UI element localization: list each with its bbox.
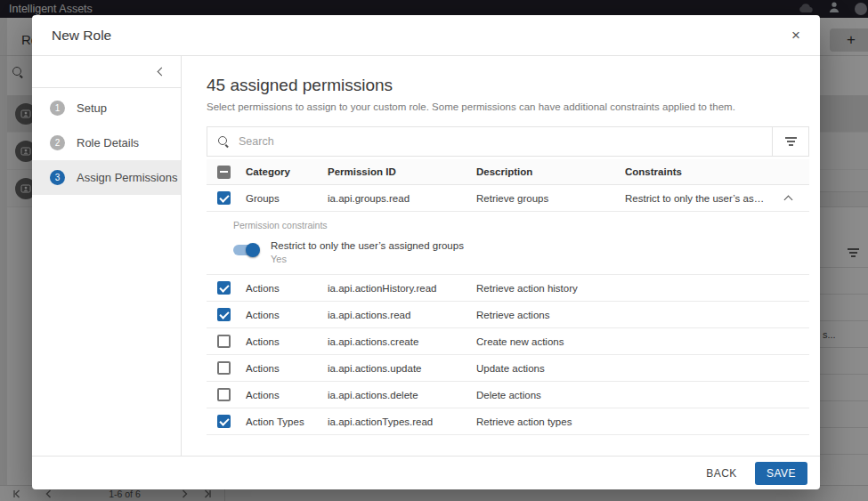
permission-row[interactable]: Groups ia.api.groups.read Retrieve group…: [207, 185, 809, 212]
steps-sidebar: 1 Setup 2 Role Details 3 Assign Permissi…: [32, 56, 182, 456]
back-button[interactable]: BACK: [706, 467, 737, 480]
cell-permission-id: ia.api.actions.create: [328, 336, 476, 347]
step-number-badge: 1: [50, 101, 65, 116]
permission-row[interactable]: Action Types ia.api.actionTypes.read Ret…: [207, 408, 809, 435]
step-number-badge: 3: [50, 170, 65, 185]
column-header-description: Description: [476, 166, 625, 177]
cell-permission-id: ia.api.actions.read: [328, 310, 476, 320]
cell-category: Groups: [246, 193, 328, 204]
cell-description: Retrieve actions: [476, 310, 625, 320]
cell-category: Actions: [246, 310, 328, 320]
toggle-label: Restrict to only the user’s assigned gro…: [271, 240, 464, 251]
cell-category: Actions: [246, 390, 328, 400]
cell-permission-id: ia.api.actionTypes.read: [328, 416, 476, 427]
cell-description: Retrieve action history: [476, 283, 625, 294]
cell-category: Action Types: [246, 416, 328, 427]
row-checkbox[interactable]: [217, 281, 231, 295]
cell-permission-id: ia.api.actions.delete: [328, 390, 476, 400]
row-checkbox[interactable]: [217, 308, 231, 321]
cell-constraints: Restrict to only the user’s as…: [625, 193, 764, 204]
toggle-value: Yes: [271, 254, 464, 264]
permission-row[interactable]: Actions ia.api.actions.create Create new…: [207, 328, 809, 355]
search-input[interactable]: [239, 127, 772, 156]
select-all-checkbox[interactable]: [217, 166, 231, 179]
cell-description: Delete actions: [476, 390, 625, 400]
new-role-dialog: New Role × 1 Setup 2 Role Details: [32, 15, 820, 489]
row-checkbox[interactable]: [217, 388, 231, 401]
close-icon[interactable]: ×: [791, 28, 800, 43]
step-number-badge: 2: [50, 135, 65, 150]
step-label: Setup: [77, 101, 107, 115]
step-setup[interactable]: 1 Setup: [32, 91, 181, 125]
step-label: Assign Permissions: [77, 171, 177, 184]
chevron-up-icon[interactable]: [784, 196, 793, 204]
cell-permission-id: ia.api.actions.update: [328, 363, 476, 374]
cell-description: Create new actions: [476, 336, 625, 347]
constraints-panel: Permission constraints Restrict to only …: [207, 212, 809, 275]
row-checkbox[interactable]: [217, 191, 231, 205]
chevron-left-icon: [158, 68, 166, 77]
permissions-searchbar: [207, 126, 809, 157]
panel-heading: 45 assigned permissions: [207, 76, 809, 95]
step-label: Role Details: [77, 136, 139, 149]
dialog-title: New Role: [52, 28, 111, 44]
column-header-constraints: Constraints: [625, 166, 809, 177]
permission-row[interactable]: Actions ia.api.actions.read Retrieve act…: [207, 302, 809, 328]
permission-row[interactable]: Actions ia.api.actions.update Update act…: [207, 355, 809, 382]
cell-description: Retrieve action types: [476, 416, 625, 427]
step-assign-permissions[interactable]: 3 Assign Permissions: [32, 160, 181, 195]
row-checkbox[interactable]: [217, 335, 231, 348]
permission-row[interactable]: Actions ia.api.actionHistory.read Retrie…: [207, 275, 809, 302]
table-header-row: Category Permission ID Description Const…: [207, 159, 809, 185]
cell-category: Actions: [246, 363, 328, 374]
filter-button[interactable]: [773, 127, 808, 156]
column-header-category: Category: [246, 166, 328, 177]
cell-description: Retrieve groups: [476, 193, 625, 204]
search-icon: [207, 127, 239, 156]
cell-category: Actions: [246, 336, 328, 347]
cell-description: Update actions: [476, 363, 625, 374]
panel-subheading: Select permissions to assign to your cus…: [207, 101, 809, 112]
dialog-footer: BACK SAVE: [32, 456, 820, 489]
step-role-details[interactable]: 2 Role Details: [32, 125, 181, 160]
sidebar-collapse[interactable]: [32, 56, 181, 88]
permissions-table: Category Permission ID Description Const…: [207, 159, 809, 435]
dialog-header: New Role ×: [32, 15, 820, 56]
cell-permission-id: ia.api.actionHistory.read: [328, 283, 476, 294]
permission-row[interactable]: Actions ia.api.actions.delete Delete act…: [207, 382, 809, 408]
constraints-panel-label: Permission constraints: [233, 220, 809, 230]
constraint-toggle[interactable]: [233, 243, 260, 257]
cell-permission-id: ia.api.groups.read: [328, 193, 476, 204]
column-header-permission-id: Permission ID: [328, 166, 476, 177]
toggle-knob: [246, 243, 260, 257]
filter-icon: [785, 137, 797, 146]
save-button[interactable]: SAVE: [755, 462, 807, 485]
row-checkbox[interactable]: [217, 415, 231, 428]
permissions-panel: 45 assigned permissions Select permissio…: [182, 56, 820, 456]
cell-category: Actions: [246, 283, 328, 294]
row-checkbox[interactable]: [217, 361, 231, 375]
screen: Intelligent Assets Roles +: [0, 0, 868, 501]
